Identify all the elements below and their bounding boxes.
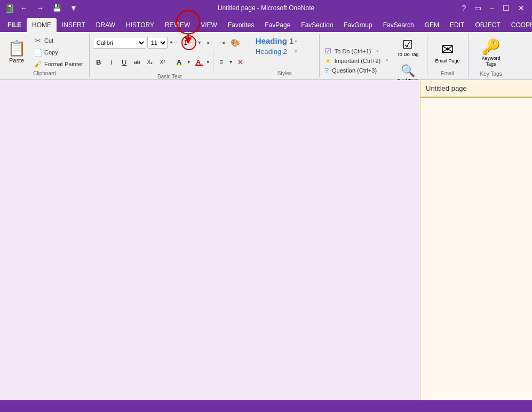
format-painter-icon: 🖌: [34, 60, 42, 68]
copy-label: Copy: [44, 49, 58, 56]
numbered-list-icon: 1—: [184, 39, 194, 46]
tab-review[interactable]: REVIEW: [160, 18, 195, 32]
ribbon: 📋 Paste ✂ Cut 📄 Copy 🖌 Format Painter Cl…: [0, 32, 532, 80]
strikethrough-button[interactable]: ab: [131, 56, 143, 68]
todo-tag-button[interactable]: ☑ To Do Tag: [392, 35, 423, 60]
copy-button[interactable]: 📄 Copy: [31, 47, 86, 58]
tab-edit[interactable]: EDIT: [444, 18, 470, 32]
styles-scroll: Heading 1 ▲ Heading 2 ▼: [253, 35, 300, 57]
email-page-button[interactable]: ✉ Email Page: [431, 38, 465, 67]
size-select[interactable]: 11: [147, 37, 168, 49]
heading1-style[interactable]: Heading 1 ▲: [253, 35, 300, 46]
indent-increase-btn[interactable]: ⇥: [217, 37, 228, 49]
superscript-button[interactable]: X²: [157, 56, 169, 68]
tab-history[interactable]: HISTORY: [121, 18, 160, 32]
font-color-dropdown[interactable]: ▼: [205, 56, 211, 68]
tab-file[interactable]: FILE: [2, 18, 27, 32]
titlebar-left: 📓 ← → 💾 ▼: [4, 3, 81, 13]
highlight-clear-btn[interactable]: 🎨: [229, 37, 241, 49]
align-dropdown[interactable]: ▼: [228, 56, 234, 68]
important-icon: ★: [325, 57, 331, 65]
keyword-tags-button[interactable]: 🔑 Keyword Tags: [472, 35, 511, 70]
todo-tag-btn-label: To Do Tag: [397, 52, 418, 58]
bullets-btn[interactable]: •—: [169, 37, 180, 49]
tab-favorites[interactable]: Favorites: [223, 18, 259, 32]
list-dropdown-arrow[interactable]: ▼: [196, 37, 203, 49]
paste-icon: 📋: [7, 41, 26, 56]
basic-text-content: Calibri 11 •— 1— ▼: [93, 35, 247, 73]
window-title: Untitled page - Microsoft OneNote: [218, 4, 314, 12]
email-page-label: Email Page: [435, 58, 460, 64]
status-bar: [0, 400, 532, 412]
question-tag[interactable]: ? Question (Ctrl+3): [323, 66, 391, 75]
highlight-dropdown[interactable]: ▼: [186, 56, 192, 68]
key-tags-group: 🔑 Keyword Tags Key Tags: [469, 34, 514, 77]
tags-group: ☑ To Do (Ctrl+1) ▲ ★ Important (Ctrl+2) …: [320, 34, 427, 77]
cut-button[interactable]: ✂ Cut: [31, 35, 86, 46]
tab-cooperation[interactable]: COOPERATION: [506, 18, 532, 32]
font-color-button[interactable]: A: [193, 56, 204, 68]
clear-formatting-button[interactable]: ✕: [235, 56, 247, 68]
heading1-label: Heading 1: [256, 36, 294, 45]
maximize-btn[interactable]: ☐: [499, 3, 513, 13]
tab-favsearch[interactable]: FavSearch: [378, 18, 419, 32]
heading2-style[interactable]: Heading 2 ▼: [253, 46, 300, 57]
question-icon: ?: [325, 66, 329, 74]
editor[interactable]: [0, 80, 420, 400]
text-row1: Calibri 11 •— 1— ▼: [93, 35, 241, 50]
email-label: Email: [431, 69, 465, 76]
tag-list: ☑ To Do (Ctrl+1) ▲ ★ Important (Ctrl+2) …: [323, 46, 391, 75]
underline-button[interactable]: U: [118, 56, 130, 68]
styles-content: Heading 1 ▲ Heading 2 ▼: [253, 35, 300, 69]
tab-insert[interactable]: INSERT: [57, 18, 91, 32]
bold-button[interactable]: B: [93, 56, 105, 68]
close-btn[interactable]: ✕: [515, 3, 528, 13]
page-content-area[interactable]: [420, 98, 532, 400]
italic-button[interactable]: I: [106, 56, 117, 68]
page-title-bar: Untitled page: [420, 80, 532, 98]
help-btn[interactable]: ?: [458, 3, 469, 13]
todo-tag[interactable]: ☑ To Do (Ctrl+1) ▲: [323, 46, 391, 56]
tab-favgroup[interactable]: FavGroup: [338, 18, 377, 32]
todo-label: To Do (Ctrl+1): [335, 48, 371, 54]
minimize-btn[interactable]: –: [487, 3, 497, 13]
tab-draw[interactable]: DRAW: [91, 18, 121, 32]
email-group: ✉ Email Page Email: [427, 34, 469, 77]
heading2-label: Heading 2: [256, 47, 287, 56]
format-painter-button[interactable]: 🖌 Format Painter: [31, 59, 86, 69]
ribbon-display-btn[interactable]: ▭: [471, 3, 485, 13]
quick-access-forward[interactable]: →: [33, 3, 47, 13]
important-tag[interactable]: ★ Important (Ctrl+2) ▼: [323, 56, 391, 65]
paste-button[interactable]: 📋 Paste: [3, 39, 30, 65]
tags-buttons: ☑ To Do Tag 🔍 Find Tags: [392, 35, 423, 86]
text-separator2: [213, 51, 213, 73]
key-tags-content: 🔑 Keyword Tags: [472, 35, 511, 70]
tags-content: ☑ To Do (Ctrl+1) ▲ ★ Important (Ctrl+2) …: [323, 35, 424, 86]
tab-home[interactable]: HOME: [27, 18, 57, 32]
todo-icon: ☑: [325, 47, 331, 55]
keyword-tags-icon: 🔑: [482, 38, 501, 56]
quick-dropdown[interactable]: ▼: [67, 3, 81, 13]
tab-gem[interactable]: GEM: [419, 18, 444, 32]
align-button[interactable]: ≡: [216, 56, 227, 68]
cut-icon: ✂: [34, 36, 42, 45]
tab-favpage[interactable]: FavPage: [259, 18, 296, 32]
tab-object[interactable]: OBJECT: [470, 18, 505, 32]
tab-favsection[interactable]: FavSection: [296, 18, 338, 32]
font-select[interactable]: Calibri: [93, 37, 146, 49]
styles-label: Styles: [253, 69, 316, 76]
styles-group: Heading 1 ▲ Heading 2 ▼ Styles: [250, 34, 320, 77]
subscript-button[interactable]: X₂: [144, 56, 156, 68]
email-icon: ✉: [441, 41, 454, 58]
tab-view[interactable]: VIEW: [195, 18, 223, 32]
right-panel: Untitled page: [420, 80, 532, 400]
quick-save[interactable]: 💾: [49, 3, 65, 13]
indent-decrease-btn[interactable]: ⇤: [204, 37, 216, 49]
list-btn-container: 1— ▼: [181, 35, 203, 50]
text-row2: B I U ab X₂ X² A ▼ A ▼ ≡ ▼: [93, 51, 247, 73]
key-tags-label: Key Tags: [472, 70, 511, 77]
highlight-button[interactable]: A: [173, 56, 185, 68]
quick-access-back[interactable]: ←: [17, 3, 31, 13]
numbered-list-button[interactable]: 1—: [181, 35, 196, 50]
clipboard-group: 📋 Paste ✂ Cut 📄 Copy 🖌 Format Painter Cl…: [0, 34, 90, 77]
